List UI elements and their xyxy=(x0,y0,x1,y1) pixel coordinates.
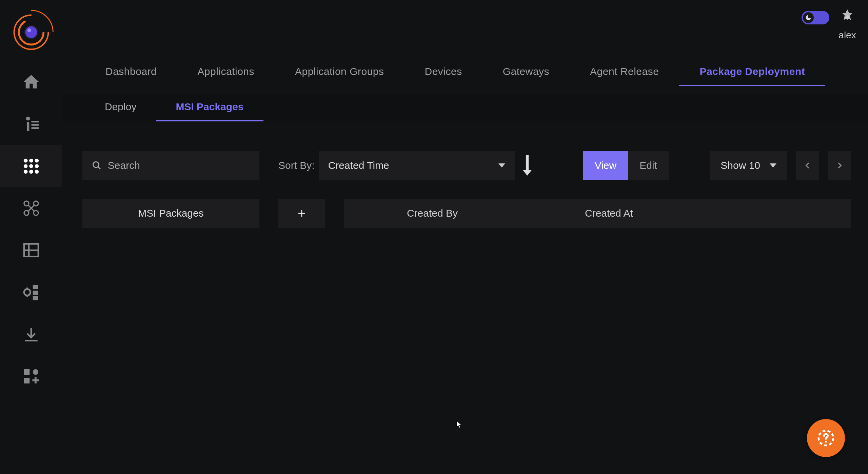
svg-point-13 xyxy=(23,164,27,168)
sort-direction-button[interactable] xyxy=(519,151,536,180)
tab-gateways[interactable]: Gateways xyxy=(482,58,570,86)
svg-point-37 xyxy=(825,441,827,442)
header-user: alex xyxy=(802,7,858,41)
column-created-by: Created By xyxy=(344,208,520,219)
pager: Show 10 xyxy=(710,151,851,180)
prev-page-button[interactable] xyxy=(796,151,819,180)
svg-point-6 xyxy=(26,117,30,121)
tab-applications[interactable]: Applications xyxy=(177,58,275,86)
help-button[interactable] xyxy=(807,419,845,457)
content: Sort By: Created Time View Edit Show 10 xyxy=(62,121,868,474)
svg-point-18 xyxy=(35,170,39,174)
svg-point-10 xyxy=(23,159,27,163)
moon-icon xyxy=(803,12,814,23)
sidebar-item-widgets[interactable] xyxy=(0,355,62,397)
avatar-icon xyxy=(837,7,858,28)
search-icon xyxy=(92,160,102,171)
svg-point-5 xyxy=(27,28,31,32)
view-edit-group: View Edit xyxy=(583,151,669,180)
sidebar-item-apps[interactable] xyxy=(0,145,62,187)
svg-rect-9 xyxy=(31,127,39,129)
chevron-down-icon xyxy=(498,163,505,167)
subtab-deploy[interactable]: Deploy xyxy=(85,94,156,121)
top-nav: Dashboard Applications Application Group… xyxy=(62,58,868,86)
view-button[interactable]: View xyxy=(583,151,628,180)
svg-point-34 xyxy=(93,162,99,167)
svg-point-16 xyxy=(23,170,27,174)
app-logo[interactable] xyxy=(6,7,57,58)
arrow-down-icon xyxy=(520,154,534,177)
svg-point-15 xyxy=(35,164,39,168)
svg-rect-35 xyxy=(526,155,529,171)
sidebar-item-home[interactable] xyxy=(0,61,62,103)
sort-group: Sort By: Created Time xyxy=(278,151,536,180)
sidebar-item-users[interactable] xyxy=(0,103,62,145)
next-page-button[interactable] xyxy=(828,151,851,180)
svg-point-17 xyxy=(29,170,33,174)
table-title: MSI Packages xyxy=(82,199,259,228)
chevron-down-icon xyxy=(770,163,776,167)
tab-application-groups[interactable]: Application Groups xyxy=(275,58,404,86)
svg-rect-8 xyxy=(31,124,39,126)
edit-button[interactable]: Edit xyxy=(628,151,669,180)
dark-mode-toggle[interactable] xyxy=(802,11,829,24)
search-input[interactable] xyxy=(108,160,250,171)
tab-dashboard[interactable]: Dashboard xyxy=(85,58,177,86)
svg-rect-26 xyxy=(33,285,38,289)
table-columns: Created By Created At xyxy=(344,199,851,228)
svg-point-31 xyxy=(33,369,38,375)
sub-nav: Deploy MSI Packages xyxy=(62,94,868,122)
sidebar xyxy=(0,0,62,474)
page-size-select[interactable]: Show 10 xyxy=(710,151,787,180)
sidebar-item-settings[interactable] xyxy=(0,271,62,313)
sort-select[interactable]: Created Time xyxy=(319,151,515,180)
svg-rect-27 xyxy=(33,291,38,295)
svg-point-11 xyxy=(29,159,33,163)
tab-devices[interactable]: Devices xyxy=(405,58,482,86)
user-menu[interactable]: alex xyxy=(837,7,858,41)
sort-value: Created Time xyxy=(328,160,389,171)
tab-package-deployment[interactable]: Package Deployment xyxy=(679,58,825,86)
sidebar-item-download[interactable] xyxy=(0,313,62,355)
table-header: MSI Packages Created By Created At xyxy=(82,199,851,228)
search-box[interactable] xyxy=(82,151,259,180)
help-icon xyxy=(817,429,835,447)
svg-rect-7 xyxy=(31,121,39,123)
page-size-label: Show 10 xyxy=(721,160,760,171)
sidebar-item-layout[interactable] xyxy=(0,229,62,271)
sort-label: Sort By: xyxy=(278,160,315,171)
svg-rect-30 xyxy=(24,369,29,375)
column-created-at: Created At xyxy=(520,208,851,219)
user-name: alex xyxy=(839,30,856,41)
sidebar-item-network[interactable] xyxy=(0,187,62,229)
chevron-right-icon xyxy=(835,161,844,170)
svg-rect-32 xyxy=(24,378,29,383)
svg-point-12 xyxy=(35,159,39,163)
add-package-button[interactable] xyxy=(278,199,325,228)
svg-point-14 xyxy=(29,164,33,168)
plus-icon xyxy=(297,208,307,218)
subtab-msi-packages[interactable]: MSI Packages xyxy=(156,94,263,121)
toolbar: Sort By: Created Time View Edit Show 10 xyxy=(82,151,851,180)
chevron-left-icon xyxy=(803,161,812,170)
tab-agent-release[interactable]: Agent Release xyxy=(570,58,679,86)
svg-rect-28 xyxy=(33,296,38,300)
